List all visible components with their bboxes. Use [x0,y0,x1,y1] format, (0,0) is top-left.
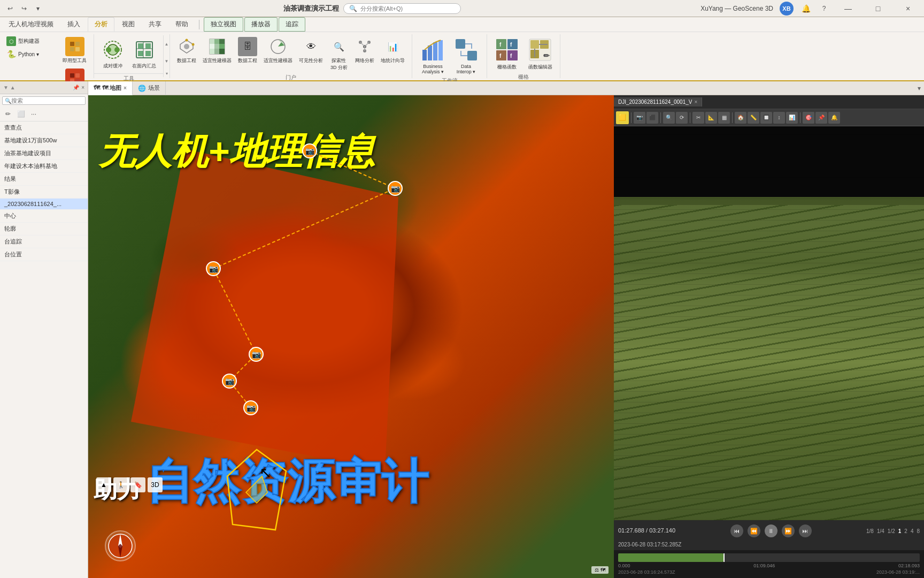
vt-target-btn[interactable]: 🎯 [803,112,814,124]
panel-more-tool[interactable]: ··· [28,108,40,120]
vt-home-btn[interactable]: 🏠 [735,112,746,124]
raster-functions-button[interactable]: f f f f 栅格函数 [491,35,522,72]
video-timeline[interactable]: 0.000 01:09.046 02:18.093 2023-06-28 03:… [614,550,924,578]
function-editor-button[interactable]: ✏ 函数编辑器 [525,35,556,72]
speed-8[interactable]: 8 [917,528,920,534]
vt-flip-btn[interactable]: ↕ [773,112,785,124]
pause-button[interactable]: ⏸ [765,524,777,537]
tab-scene[interactable]: 🌐 场景 [133,81,166,95]
panel-select-tool[interactable]: ⬜ [15,108,27,120]
forward-button[interactable]: ⏩ [782,524,795,537]
feature-analysis-button[interactable]: 数据工程 [174,35,199,66]
geostatistics-button[interactable]: 📊 地统计向导 [378,35,407,66]
tab-view[interactable]: 视图 [116,18,141,31]
vt-zoom-btn[interactable]: 🔍 [663,112,675,124]
ribbon-expand[interactable]: ▾ [164,70,170,77]
vt-cut-btn[interactable]: ✂ [692,112,704,124]
tab-map[interactable]: 🗺 🗺 地图 × [88,81,133,95]
tab-standalone-view[interactable]: 独立视图 [204,17,243,32]
user-avatar[interactable]: XB [780,2,794,16]
speed-1[interactable]: 1 [898,528,902,534]
panel-edit-tool[interactable]: ✏ [2,108,14,120]
tab-player[interactable]: 播放器 [244,17,278,32]
global-search-box[interactable]: 🔍 [343,3,461,14]
speed-4[interactable]: 4 [911,528,914,534]
python-button[interactable]: 🐍 Python ▾ [4,48,58,60]
tab-analysis[interactable]: 分析 [88,17,114,32]
speed-1-2[interactable]: 1/2 [888,528,895,534]
data-interop-button[interactable]: DataInterop ▾ [451,35,482,76]
panel-item-10[interactable]: 台位置 [0,248,88,261]
panel-item-8[interactable]: 轮廓 [0,223,88,235]
vt-color-button[interactable]: 🟨 [616,111,629,124]
tab-insert[interactable]: 插入 [61,18,87,31]
camera-marker-5[interactable]: 📷 [243,400,258,415]
camera-marker-2[interactable]: 📷 [206,261,221,276]
ribbon-scroll-up[interactable]: ▲ [164,35,170,52]
nav-up-button[interactable]: ▲ [96,477,111,492]
notifications-button[interactable]: 🔔 [800,3,812,14]
panel-item-1[interactable]: 基地建设1万亩500w [0,134,88,147]
map-tab-close[interactable]: × [124,85,127,91]
suitability-modeler-button[interactable]: 适宜性建模器 [261,35,295,66]
nav-person-button[interactable]: 🚶 [113,477,128,492]
timeline-bar[interactable] [618,553,920,562]
quick-access-dropdown[interactable]: ▾ [32,3,44,14]
speed-1-8[interactable]: 1/8 [866,528,874,534]
nav-bookmark-button[interactable]: 🔖 [130,477,145,492]
vt-select-btn[interactable]: 🔲 [760,112,772,124]
tab-dropdown-button[interactable]: ▾ [914,85,924,92]
vt-chart-btn[interactable]: 📊 [786,112,798,124]
vt-pin-btn[interactable]: 📌 [815,112,827,124]
panel-item-7[interactable]: 中心 [0,210,88,223]
exploratory-3d-button[interactable]: 🔍 探索性3D 分析 [327,35,351,73]
minimize-button[interactable]: — [836,1,860,16]
ribbon-scroll-down[interactable]: ▼ [164,52,170,70]
vt-notify-btn[interactable]: 🔔 [828,112,840,124]
ready-tools-button[interactable]: 即用型工具 [60,35,89,66]
panel-item-4[interactable]: 结果 [0,173,88,186]
panel-item-2[interactable]: 油茶基地建设项目 [0,147,88,160]
camera-marker-3[interactable]: 📷 [249,347,264,362]
undo-button[interactable]: ↩ [4,3,16,14]
video-tab-close[interactable]: × [694,99,697,105]
nav-3d-button[interactable]: 3D [148,477,163,492]
vt-grid-btn[interactable]: ▦ [718,112,730,124]
tab-help[interactable]: 帮助 [169,18,195,31]
skip-forward-button[interactable]: ⏭ [799,524,812,537]
camera-marker-1[interactable]: 📷 [388,181,403,196]
panel-search-input[interactable] [11,97,70,104]
vt-camera-btn[interactable]: 📷 [634,112,645,124]
business-analysis-button[interactable]: BusinessAnalysis ▾ [418,35,449,76]
panel-item-3[interactable]: 年建设木本油料基地 [0,160,88,173]
map-view[interactable]: 📷 📷 📷 📷 📷 📷 无人机+地理信息 [88,95,614,578]
vt-rotate-btn[interactable]: ⟳ [676,112,688,124]
compass[interactable] [104,530,136,562]
data-engineering-button[interactable]: 🗄 数据工程 [235,35,260,66]
maximize-button[interactable]: □ [866,1,890,16]
speed-1-4[interactable]: 1/4 [877,528,884,534]
panel-item-5[interactable]: T影像 [0,186,88,199]
speed-2[interactable]: 2 [904,528,907,534]
panel-item-6[interactable]: _20230628111624_... [0,199,88,210]
left-panel-search-box[interactable]: 🔍 [2,96,86,105]
close-panel-button[interactable]: × [81,85,84,90]
close-button[interactable]: × [896,1,920,16]
vt-measure-btn[interactable]: 📐 [705,112,717,124]
pin-panel-button[interactable]: 📌 [73,85,79,90]
skip-back-button[interactable]: ⏮ [730,524,743,537]
raster-analysis-button[interactable]: 适宜性建模器 [200,35,234,66]
search-input[interactable] [360,5,446,12]
redo-button[interactable]: ↪ [18,3,30,14]
panel-item-9[interactable]: 台追踪 [0,235,88,248]
rewind-button[interactable]: ⏪ [748,524,760,537]
help-button[interactable]: ? [818,3,830,14]
buffer-button[interactable]: 成对缓冲 [98,36,127,71]
vt-stop-btn[interactable]: ⬛ [646,112,658,124]
video-tab-main[interactable]: DJI_20230628111624_0001_V × [614,97,702,107]
tab-drone-geo-video[interactable]: 无人机地理视频 [2,18,60,31]
panel-item-0[interactable]: 查查点 [0,121,88,134]
visibility-analysis-button[interactable]: 👁 可见性分析 [296,35,326,66]
network-analysis-button[interactable]: 网络分析 [352,35,377,66]
tab-share[interactable]: 共享 [142,18,168,31]
